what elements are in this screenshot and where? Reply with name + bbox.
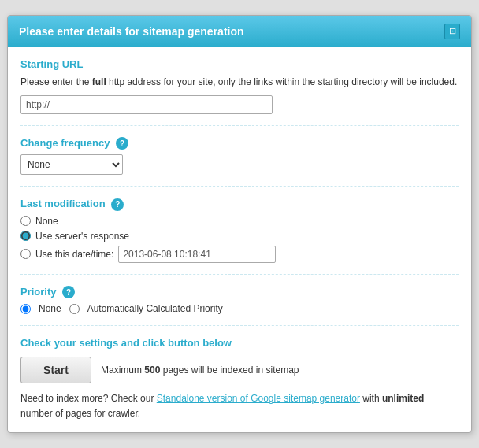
footer-link[interactable]: Standalone version of Google sitemap gen… xyxy=(157,393,360,404)
dialog-title: Please enter details for sitemap generat… xyxy=(19,25,244,38)
last-mod-none-radio[interactable] xyxy=(20,216,31,226)
priority-none-radio[interactable] xyxy=(20,304,31,314)
priority-auto-label: Automatically Calculated Priority xyxy=(87,303,223,314)
starting-url-description: Please enter the full http address for y… xyxy=(20,75,459,89)
change-frequency-help-icon[interactable]: ? xyxy=(116,137,128,150)
last-mod-server-label: Use server's response xyxy=(35,231,129,242)
last-mod-none-label: None xyxy=(35,216,58,227)
last-mod-date-label: Use this date/time: xyxy=(35,249,113,260)
start-button[interactable]: Start xyxy=(20,357,91,383)
footer-bold: unlimited xyxy=(382,393,424,404)
footer-text: Need to index more? Check our Standalone… xyxy=(20,391,459,421)
priority-none-label: None xyxy=(39,303,61,314)
start-title: Check your settings and click button bel… xyxy=(20,337,459,349)
dialog-close-button[interactable]: ⊡ xyxy=(444,24,460,39)
priority-section: Priority ? None Automatically Calculated… xyxy=(20,286,459,327)
dialog-header: Please enter details for sitemap generat… xyxy=(8,16,471,47)
change-frequency-section: Change frequency ? None Always Hourly Da… xyxy=(20,137,459,187)
last-modification-title: Last modification ? xyxy=(20,198,459,211)
change-frequency-title: Change frequency ? xyxy=(20,137,459,150)
footer-mid: with xyxy=(360,393,382,404)
start-desc-bold: 500 xyxy=(144,365,160,376)
starting-url-section: Starting URL Please enter the full http … xyxy=(20,58,459,126)
starting-url-title: Starting URL xyxy=(20,58,459,70)
last-modification-section: Last modification ? None Use server's re… xyxy=(20,198,459,275)
last-mod-server-radio[interactable] xyxy=(20,231,31,241)
start-section: Check your settings and click button bel… xyxy=(20,337,459,421)
priority-radio-group: None Automatically Calculated Priority xyxy=(20,303,459,314)
sitemap-dialog: Please enter details for sitemap generat… xyxy=(7,15,472,434)
desc-text-after: http address for your site, only the lin… xyxy=(106,76,458,87)
footer-before: Need to index more? Check our xyxy=(20,393,157,404)
last-mod-date-radio[interactable] xyxy=(20,249,31,259)
last-modification-radio-group: None Use server's response Use this date… xyxy=(20,216,459,263)
last-modification-help-icon[interactable]: ? xyxy=(111,198,124,211)
priority-auto-radio[interactable] xyxy=(69,304,80,314)
start-description: Maximum 500 pages will be indexed in sit… xyxy=(101,365,299,376)
footer-end: number of pages for crawler. xyxy=(20,408,140,419)
last-mod-date-row: Use this date/time: xyxy=(20,246,459,263)
start-desc-after: pages will be indexed in sitemap xyxy=(160,365,299,376)
desc-text-before: Please enter the xyxy=(20,76,92,87)
start-row: Start Maximum 500 pages will be indexed … xyxy=(20,357,459,383)
change-frequency-select[interactable]: None Always Hourly Daily Weekly Monthly … xyxy=(20,154,123,175)
desc-bold: full xyxy=(92,76,106,87)
priority-title: Priority ? xyxy=(20,286,459,299)
priority-help-icon[interactable]: ? xyxy=(62,286,75,298)
dialog-body: Starting URL Please enter the full http … xyxy=(8,47,471,433)
last-mod-server-row: Use server's response xyxy=(20,231,459,242)
last-mod-date-input[interactable] xyxy=(118,246,276,263)
last-mod-none-row: None xyxy=(20,216,459,227)
start-desc-before: Maximum xyxy=(101,365,144,376)
starting-url-input[interactable] xyxy=(20,95,273,114)
